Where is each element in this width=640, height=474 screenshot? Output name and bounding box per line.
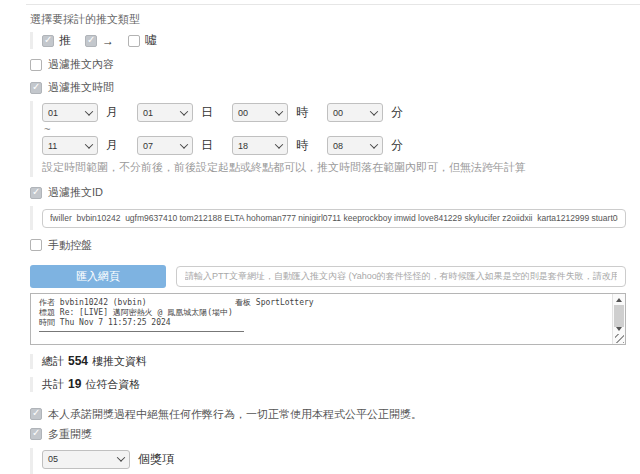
id-filter-group [30, 206, 626, 230]
chevron-down-icon [370, 140, 378, 148]
push-type-option-arrow[interactable]: → [85, 34, 114, 48]
time-range-hint: 設定時間範圍，不分前後，前後設定起點或終點都可以，推文時間落在範圍內即可，但無法… [42, 160, 626, 175]
manual-rig-row: 手動控盤 [30, 238, 626, 253]
scrollbar-thumb[interactable] [614, 305, 624, 327]
minute-unit-label: 分 [391, 104, 403, 121]
start-hour-select[interactable]: 00 [232, 103, 288, 122]
time-end-row: 11 月 07 日 18 時 08 分 [42, 136, 626, 155]
pledge-label: 本人承諾開獎過程中絕無任何作弊行為，一切正常使用本程式公平公正開獎。 [48, 407, 422, 422]
pledge-row: 本人承諾開獎過程中絕無任何作弊行為，一切正常使用本程式公平公正開獎。 [30, 407, 626, 422]
month-unit-label: 月 [106, 104, 118, 121]
article-content-textarea[interactable]: 作者 bvbin10242 (bvbin) 看板 SportLottery 標題… [30, 293, 626, 345]
filter-time-checkbox[interactable] [30, 82, 42, 94]
multi-draw-checkbox[interactable] [30, 428, 42, 440]
article-author: 作者 bvbin10242 (bvbin) [39, 298, 235, 308]
resize-grip-icon[interactable] [615, 334, 624, 343]
hour-unit-label: 時 [296, 104, 308, 121]
lottery-form: 選擇要採計的推文類型 推 → 噓 過濾推文內容 過濾推文時間 01 月 [0, 5, 640, 474]
time-range-tilde: ~ [44, 123, 626, 135]
manual-rig-label: 手動控盤 [48, 238, 92, 253]
filter-time-label: 過濾推文時間 [48, 80, 114, 95]
push-type-option-boo[interactable]: 噓 [128, 32, 157, 49]
end-hour-select[interactable]: 18 [232, 136, 288, 155]
article-time: 時間 Thu Nov 7 11:57:25 2024 [39, 318, 603, 328]
filter-id-checkbox[interactable] [30, 187, 42, 199]
article-title: 標題 Re: [LIVE] 邁阿密熱火 @ 鳳凰城太陽(場中) [39, 308, 603, 318]
arrow-label: → [102, 34, 114, 48]
minute-unit-label: 分 [391, 137, 403, 154]
chevron-down-icon [370, 107, 378, 115]
start-minute-select[interactable]: 00 [327, 103, 383, 122]
article-author-board-line: 作者 bvbin10242 (bvbin) 看板 SportLottery [39, 298, 603, 308]
end-month-select[interactable]: 11 [42, 136, 98, 155]
chevron-down-icon [85, 140, 93, 148]
arrow-checkbox[interactable] [85, 35, 97, 47]
filter-id-row: 過濾推文ID [30, 185, 626, 200]
scroll-down-icon[interactable] [616, 327, 622, 331]
chevron-down-icon [117, 453, 125, 461]
hour-unit-label: 時 [296, 137, 308, 154]
article-divider [39, 331, 244, 332]
boo-checkbox[interactable] [128, 35, 140, 47]
qualified-prefix: 共計 [42, 377, 64, 392]
boo-label: 噓 [145, 32, 157, 49]
import-row: 匯入網頁 [30, 265, 626, 288]
end-day-select[interactable]: 07 [137, 136, 193, 155]
article-board: 看板 SportLottery [235, 298, 314, 308]
time-start-row: 01 月 01 日 00 時 00 分 [42, 103, 626, 122]
qualified-count: 19 [68, 377, 81, 392]
filter-content-label: 過濾推文內容 [48, 57, 114, 72]
pledge-checkbox[interactable] [30, 408, 42, 420]
multi-draw-row: 多重開獎 [30, 427, 626, 442]
month-unit-label: 月 [106, 137, 118, 154]
prize-count-select[interactable]: 05 [42, 450, 130, 469]
qualified-suffix: 位符合資格 [85, 377, 140, 392]
push-type-options: 推 → 噓 [30, 32, 626, 49]
article-url-input[interactable] [176, 266, 626, 287]
filter-time-row: 過濾推文時間 [30, 80, 626, 95]
push-type-section-label: 選擇要採計的推文類型 [30, 12, 626, 27]
start-day-select[interactable]: 01 [137, 103, 193, 122]
chevron-down-icon [275, 140, 283, 148]
import-webpage-button[interactable]: 匯入網頁 [30, 265, 166, 288]
multi-draw-group: 05 個獎項 此選項可一次開出多位得獎者 [30, 448, 626, 474]
chevron-down-icon [180, 107, 188, 115]
qualified-count-line: 共計 19 位符合資格 [30, 377, 626, 392]
start-month-select[interactable]: 01 [42, 103, 98, 122]
day-unit-label: 日 [201, 137, 213, 154]
id-filter-input[interactable] [42, 209, 626, 228]
push-type-option-push[interactable]: 推 [42, 32, 71, 49]
total-count: 554 [68, 354, 88, 369]
time-range-group: 01 月 01 日 00 時 00 分 [30, 101, 626, 177]
end-minute-select[interactable]: 08 [327, 136, 383, 155]
scroll-up-icon[interactable] [616, 298, 622, 302]
push-label: 推 [59, 32, 71, 49]
total-prefix: 總計 [42, 354, 64, 369]
chevron-down-icon [275, 107, 283, 115]
filter-content-row: 過濾推文內容 [30, 57, 626, 72]
multi-draw-label: 多重開獎 [48, 427, 92, 442]
total-suffix: 樓推文資料 [92, 354, 147, 369]
day-unit-label: 日 [201, 104, 213, 121]
manual-rig-checkbox[interactable] [30, 239, 42, 251]
stats-section: 總計 554 樓推文資料 共計 19 位符合資格 [30, 354, 626, 392]
push-checkbox[interactable] [42, 35, 54, 47]
total-pushes-line: 總計 554 樓推文資料 [30, 354, 626, 369]
chevron-down-icon [180, 140, 188, 148]
filter-id-label: 過濾推文ID [48, 185, 103, 200]
prize-unit-label: 個獎項 [138, 451, 174, 468]
filter-content-checkbox[interactable] [30, 59, 42, 71]
chevron-down-icon [85, 107, 93, 115]
